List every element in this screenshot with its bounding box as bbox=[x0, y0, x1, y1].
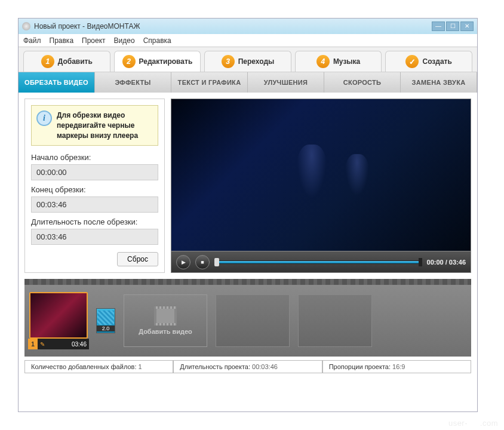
subtabs: ОБРЕЗАТЬ ВИДЕО ЭФФЕКТЫ ТЕКСТ И ГРАФИКА У… bbox=[19, 72, 477, 93]
step-music[interactable]: 4Музыка bbox=[295, 51, 382, 72]
status-files: Количество добавленных файлов: 1 bbox=[24, 360, 173, 373]
play-button[interactable]: ▶ bbox=[176, 255, 190, 269]
stop-button[interactable]: ■ bbox=[195, 255, 210, 269]
subtab-text-graphics[interactable]: ТЕКСТ И ГРАФИКА bbox=[171, 72, 248, 93]
trim-end-label: Конец обрезки: bbox=[31, 185, 158, 194]
step-2-icon: 2 bbox=[122, 55, 136, 68]
info-icon: i bbox=[36, 110, 52, 126]
subtab-effects[interactable]: ЭФФЕКТЫ bbox=[95, 72, 171, 93]
pencil-icon[interactable]: ✎ bbox=[38, 339, 47, 349]
step-1-icon: 1 bbox=[41, 55, 54, 68]
clip-footer: 1 ✎ 03:46 bbox=[28, 339, 89, 349]
close-button[interactable]: ✕ bbox=[460, 22, 474, 31]
empty-slot[interactable] bbox=[216, 294, 290, 347]
menu-project[interactable]: Проект bbox=[82, 36, 106, 45]
step-edit[interactable]: 2Редактировать bbox=[114, 51, 201, 72]
menu-help[interactable]: Справка bbox=[143, 36, 171, 45]
step-3-icon: 3 bbox=[222, 55, 235, 68]
app-icon bbox=[22, 22, 30, 30]
trim-hint-text: Для обрезки видео передвигайте черные ма… bbox=[57, 110, 153, 140]
video-preview bbox=[171, 99, 471, 251]
add-video-label: Добавить видео bbox=[139, 328, 192, 335]
step-transitions[interactable]: 3Переходы bbox=[204, 51, 291, 72]
trim-start-input[interactable] bbox=[31, 164, 158, 180]
steps-row: 1Добавить 2Редактировать 3Переходы 4Музы… bbox=[19, 47, 477, 72]
maximize-button[interactable]: ☐ bbox=[446, 22, 459, 31]
seek-track[interactable] bbox=[214, 260, 422, 264]
trim-end-input[interactable] bbox=[31, 196, 158, 213]
app-window: Новый проект - ВидеоМОНТАЖ — ☐ ✕ Файл Пр… bbox=[18, 18, 478, 412]
player-controls: ▶ ■ 00:00 / 03:46 bbox=[171, 251, 471, 273]
subtab-audio-replace[interactable]: ЗАМЕНА ЗВУКА bbox=[401, 72, 477, 93]
clip-index: 1 bbox=[28, 339, 38, 349]
step-5-label: Создать bbox=[422, 57, 451, 66]
seek-marker-end[interactable] bbox=[419, 258, 422, 266]
transition-chip[interactable]: 2.0 bbox=[96, 308, 115, 333]
step-1-label: Добавить bbox=[58, 57, 93, 66]
trim-hint-box: i Для обрезки видео передвигайте черные … bbox=[31, 105, 158, 146]
watermark: user-life.com bbox=[448, 419, 498, 428]
trim-panel: i Для обрезки видео передвигайте черные … bbox=[24, 99, 165, 273]
menubar: Файл Правка Проект Видео Справка bbox=[19, 34, 477, 47]
add-video-slot[interactable]: Добавить видео bbox=[124, 294, 207, 347]
transition-icon bbox=[97, 311, 114, 325]
step-4-icon: 4 bbox=[316, 55, 330, 68]
clip-duration: 03:46 bbox=[72, 341, 87, 348]
menu-video[interactable]: Видео bbox=[114, 36, 135, 45]
seek-marker-start[interactable] bbox=[214, 258, 219, 266]
step-3-label: Переходы bbox=[238, 57, 275, 66]
trim-duration-input[interactable] bbox=[31, 229, 158, 245]
clip-thumbnail[interactable] bbox=[29, 292, 88, 339]
transition-duration: 2.0 bbox=[97, 325, 115, 331]
timeline: 1 ✎ 03:46 2.0 Добавить видео bbox=[24, 279, 471, 357]
step-add[interactable]: 1Добавить bbox=[23, 51, 110, 72]
status-duration: Длительность проекта: 00:03:46 bbox=[173, 360, 322, 373]
seek-fill bbox=[214, 261, 422, 263]
video-area: ▶ ■ 00:00 / 03:46 bbox=[171, 99, 471, 273]
subtab-improve[interactable]: УЛУЧШЕНИЯ bbox=[248, 72, 324, 93]
filmstrip-icon bbox=[154, 306, 177, 325]
status-bar: Количество добавленных файлов: 1 Длитель… bbox=[19, 360, 477, 377]
status-ratio: Пропорции проекта: 16:9 bbox=[322, 360, 471, 373]
step-create[interactable]: ✓Создать bbox=[385, 51, 472, 72]
check-icon: ✓ bbox=[405, 55, 419, 68]
titlebar: Новый проект - ВидеоМОНТАЖ — ☐ ✕ bbox=[19, 19, 477, 34]
empty-slot[interactable] bbox=[298, 294, 372, 347]
time-display: 00:00 / 03:46 bbox=[427, 259, 466, 266]
main-area: i Для обрезки видео передвигайте черные … bbox=[19, 93, 477, 279]
minimize-button[interactable]: — bbox=[432, 22, 445, 31]
menu-edit[interactable]: Правка bbox=[50, 36, 74, 45]
reset-button[interactable]: Сброс bbox=[117, 252, 158, 266]
subtab-trim[interactable]: ОБРЕЗАТЬ ВИДЕО bbox=[19, 72, 95, 93]
step-4-label: Музыка bbox=[333, 57, 360, 66]
subtab-speed[interactable]: СКОРОСТЬ bbox=[324, 72, 401, 93]
trim-duration-label: Длительность после обрезки: bbox=[31, 217, 158, 226]
window-title: Новый проект - ВидеоМОНТАЖ bbox=[34, 22, 140, 30]
step-2-label: Редактировать bbox=[139, 57, 193, 66]
window-controls: — ☐ ✕ bbox=[432, 22, 474, 31]
menu-file[interactable]: Файл bbox=[23, 36, 41, 45]
trim-start-label: Начало обрезки: bbox=[31, 153, 158, 162]
